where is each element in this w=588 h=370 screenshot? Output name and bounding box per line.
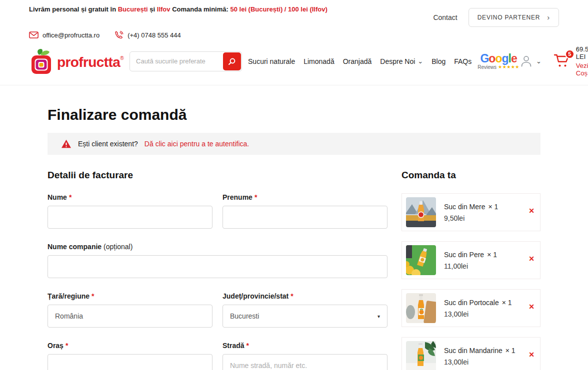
required-mark: * [254, 193, 257, 201]
required-mark: * [290, 292, 293, 300]
remove-item-button[interactable]: ✕ [528, 255, 534, 262]
page-title: Finalizare comandă [48, 106, 540, 123]
judet-select[interactable]: Bucuresti ▾ [222, 305, 388, 328]
brand-wordmark: profructta® [57, 54, 124, 70]
product-image[interactable] [406, 197, 436, 227]
phone-icon [114, 30, 124, 39]
judet-label: Județ/provincie/stat* [222, 292, 388, 300]
required-mark: * [69, 193, 72, 201]
nume-input[interactable] [48, 206, 212, 229]
warning-icon [61, 139, 72, 149]
user-icon [520, 54, 533, 68]
brand-logo[interactable]: profructta® [29, 48, 124, 74]
contact-link[interactable]: Contact [433, 13, 457, 21]
order-item-mandarine: Suc din Mandarine× 1 13,00lei ✕ [402, 337, 540, 370]
phone-text: (+4) 0748 555 444 [128, 31, 181, 39]
chevron-down-icon: ⌄ [418, 59, 423, 63]
strada-input[interactable] [222, 354, 388, 370]
tara-input[interactable] [48, 305, 212, 328]
judet-selected-value: Bucuresti [230, 312, 259, 320]
delivery-conjunction: și [150, 5, 155, 13]
product-qty: × 1 [506, 347, 516, 355]
product-image[interactable] [406, 341, 436, 370]
companie-label: Nume companie (opțional) [48, 243, 388, 251]
cart-widget[interactable]: 5 69.5 LEI Vezi Coș [554, 45, 588, 77]
phone-link[interactable]: (+4) 0748 555 444 [114, 30, 181, 39]
product-price: 13,00lei [444, 310, 512, 318]
cart-count-badge: 5 [565, 49, 574, 59]
arrow-right-icon: › [547, 15, 550, 20]
product-qty: × 1 [488, 203, 498, 211]
billing-heading: Detalii de facturare [48, 170, 388, 181]
search-icon [228, 57, 236, 65]
cart-total: 69.5 LEI [576, 45, 588, 60]
delivery-text: Livrăm personal și gratuit în [29, 5, 116, 13]
nav-blog[interactable]: Blog [432, 57, 446, 65]
product-qty: × 1 [502, 299, 512, 307]
required-mark: * [92, 292, 94, 300]
chevron-down-icon: ⌄ [536, 59, 542, 63]
account-menu[interactable]: ⌄ [520, 54, 542, 68]
remove-item-button[interactable]: ✕ [528, 303, 534, 310]
optional-suffix: (opțional) [104, 243, 132, 251]
stars-icon: ★★★★★ [498, 65, 520, 69]
product-name: Suc din Mere [444, 203, 485, 211]
delivery-city-ilfov: Ilfov [157, 5, 170, 13]
login-link[interactable]: Dă clic aici pentru a te autentifica. [144, 140, 249, 148]
delivery-city-bucuresti: București [118, 5, 148, 13]
oras-label: Oraș* [48, 342, 212, 350]
remove-item-button[interactable]: ✕ [528, 207, 534, 214]
delivery-banner: Livrăm personal și gratuit în București … [29, 5, 328, 14]
companie-input[interactable] [48, 255, 388, 278]
required-mark: * [246, 342, 249, 350]
prenume-input[interactable] [222, 206, 388, 229]
site-header: Livrăm personal și gratuit în București … [0, 0, 588, 85]
returning-customer-alert: Ești client existent? Dă clic aici pentr… [48, 133, 540, 155]
google-reviews-link[interactable]: Google Reviews ★★★★★ [478, 53, 520, 70]
nav-faqs[interactable]: FAQs [454, 57, 472, 65]
product-name: Suc din Portocale [444, 299, 499, 307]
product-image[interactable] [406, 245, 436, 275]
email-link[interactable]: office@profructta.ro [29, 31, 100, 39]
order-heading: Comanda ta [402, 170, 540, 181]
alert-text: Ești client existent? [78, 140, 138, 148]
min-order-label: Comanda minimă: [172, 5, 228, 13]
min-order-values: 50 lei (București) / 100 lei (Ilfov) [230, 5, 327, 13]
product-price: 13,00lei [444, 358, 516, 366]
nume-label: Nume* [48, 193, 212, 201]
order-item-pere: Suc din Pere× 1 11,00lei ✕ [402, 241, 540, 279]
nav-sucuri-naturale[interactable]: Sucuri naturale [248, 57, 295, 65]
caret-down-icon: ▾ [378, 314, 380, 319]
devino-partener-button[interactable]: DEVINO PARTENER › [468, 8, 559, 27]
email-text: office@profructta.ro [42, 31, 100, 39]
reviews-label: Reviews [478, 65, 496, 70]
search-button[interactable] [223, 52, 241, 70]
google-logo: Google [480, 53, 516, 64]
billing-section: Detalii de facturare Nume* Prenume* Nume… [48, 170, 388, 370]
order-item-mere: Suc din Mere× 1 9,50lei ✕ [402, 193, 540, 231]
order-item-portocale: Suc din Portocale× 1 13,00lei ✕ [402, 289, 540, 327]
product-qty: × 1 [487, 251, 497, 259]
registered-mark: ® [120, 55, 124, 61]
search-box [130, 51, 242, 71]
nav-oranjada[interactable]: Oranjadă [343, 57, 372, 65]
nav-limonada[interactable]: Limonadă [304, 57, 334, 65]
product-price: 9,50lei [444, 214, 498, 222]
order-summary: Comanda ta [402, 170, 540, 370]
nav-despre-noi[interactable]: Despre Noi ⌄ [380, 57, 423, 65]
view-cart-link[interactable]: Vezi Coș [576, 62, 588, 77]
product-name: Suc din Mandarine [444, 347, 502, 355]
strada-label: Stradă* [222, 342, 388, 350]
remove-item-button[interactable]: ✕ [528, 351, 534, 358]
product-image[interactable] [406, 293, 436, 323]
brand-logo-icon [29, 48, 54, 74]
main-nav: Sucuri naturale Limonadă Oranjadă Despre… [248, 57, 472, 65]
required-mark: * [66, 342, 68, 350]
checkout-page: Finalizare comandă Ești client existent?… [48, 106, 540, 370]
email-icon [29, 31, 38, 38]
partner-button-label: DEVINO PARTENER [478, 14, 540, 21]
product-name: Suc din Pere [444, 251, 484, 259]
product-price: 11,00lei [444, 262, 497, 270]
oras-input[interactable] [48, 354, 212, 370]
prenume-label: Prenume* [222, 193, 388, 201]
